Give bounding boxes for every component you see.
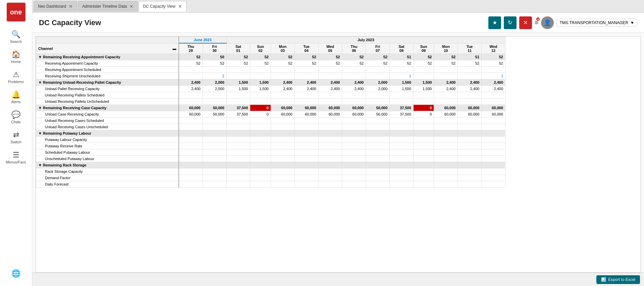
day-mon-03: Mon03	[271, 43, 294, 54]
table-header: June 2023 July 2023 Channel ▬ Thu29 Fri3…	[36, 37, 505, 54]
cell-value: 52	[271, 60, 294, 67]
cell-value	[482, 181, 505, 188]
cell-value	[366, 124, 390, 130]
cell-value	[318, 67, 342, 73]
cell-value	[250, 137, 271, 143]
cell-value	[366, 168, 390, 175]
row-label: Rack Storage Capacity	[36, 168, 179, 175]
row-label: Putaway Labour Capacity	[36, 137, 179, 143]
cell-value	[179, 168, 203, 175]
cell-value	[271, 73, 294, 79]
cell-value: 2,400	[434, 79, 458, 86]
cell-value	[271, 156, 294, 162]
cell-value	[226, 149, 250, 156]
cell-value	[482, 130, 505, 137]
cell-value	[342, 175, 366, 181]
group-row: ▼ Remaining Putaway Labour	[36, 130, 505, 137]
cell-value: 52	[413, 60, 434, 67]
cell-value	[271, 175, 294, 181]
cell-value: 2,000	[203, 86, 226, 92]
tab-dc-capacity-view[interactable]: DC Capacity View ✕	[139, 1, 186, 12]
cell-value	[458, 149, 482, 156]
cell-value	[366, 73, 390, 79]
cell-value	[179, 73, 203, 79]
cell-value	[458, 143, 482, 149]
cell-value: 1,500	[413, 86, 434, 92]
cell-value	[458, 124, 482, 130]
user-dropdown[interactable]: TMS.TRANSPORTATION_MANAGER ▼	[556, 19, 637, 27]
cell-value	[250, 124, 271, 130]
export-to-excel-button[interactable]: 📊 Export to Excel	[596, 275, 640, 284]
cell-value	[250, 162, 271, 168]
data-row: Unload Case Receiving Capacity60,00050,0…	[36, 111, 505, 118]
cell-value	[318, 130, 342, 137]
cell-value: 60,000	[179, 105, 203, 111]
tab-dc-capacity-view-close[interactable]: ✕	[178, 4, 182, 9]
cell-value: 52	[434, 60, 458, 67]
cell-value	[458, 162, 482, 168]
cell-value: 50,000	[203, 111, 226, 118]
cell-value: 60,000	[342, 105, 366, 111]
day-thu-06: Thu06	[342, 43, 366, 54]
search-icon: 🔍	[11, 30, 20, 39]
close-page-button[interactable]: ✕	[519, 16, 532, 29]
cell-value	[318, 143, 342, 149]
cell-value	[413, 156, 434, 162]
tab-neo-dashboard[interactable]: Neo Dashboard ✕	[34, 1, 77, 12]
cell-value: 52	[250, 60, 271, 67]
cell-value	[413, 98, 434, 105]
data-row: Unload Pallet Receiving Capacity2,4002,0…	[36, 86, 505, 92]
row-label: Scheduled Putaway Labour	[36, 149, 179, 156]
cell-value	[294, 149, 318, 156]
cell-value: 2,400	[434, 86, 458, 92]
sidebar-item-menus[interactable]: ☰ Menus/Favs	[0, 147, 32, 167]
cell-value	[179, 92, 203, 98]
alerts-icon: 🔔	[11, 90, 20, 99]
cell-value: 1,500	[226, 79, 250, 86]
cell-value	[390, 156, 414, 162]
footer: 📊 Export to Excel	[32, 273, 644, 286]
cell-value: 52	[203, 60, 226, 67]
header-actions: ★ ↻ ✕ ≡ ★ 👤 TMS.TRANSPORTATION_MANAGER ▼	[488, 16, 637, 29]
sidebar-item-globe[interactable]: 🌐	[11, 266, 20, 282]
sidebar-item-alerts[interactable]: 🔔 Alerts	[0, 87, 32, 107]
grid-container[interactable]: June 2023 July 2023 Channel ▬ Thu29 Fri3…	[36, 36, 641, 273]
sidebar-item-problems[interactable]: ⚠ Problems	[0, 67, 32, 87]
sidebar-item-search[interactable]: 🔍 Search	[0, 27, 32, 47]
cell-value	[250, 130, 271, 137]
cell-value	[366, 143, 390, 149]
cell-value	[390, 149, 414, 156]
cell-value	[271, 92, 294, 98]
star-button[interactable]: ★	[488, 16, 501, 29]
cell-value	[482, 143, 505, 149]
cell-value: 52	[342, 54, 366, 60]
cell-value	[458, 175, 482, 181]
day-fri-30: Fri30	[203, 43, 226, 54]
cell-value: 2,000	[366, 86, 390, 92]
cell-value: 2,400	[342, 86, 366, 92]
refresh-button[interactable]: ↻	[504, 16, 517, 29]
cell-value	[482, 118, 505, 124]
row-label: Unload Receiving Pallets UnScheduled	[36, 98, 179, 105]
sidebar-item-switch[interactable]: ⇄ Switch	[0, 127, 32, 147]
cell-value	[226, 168, 250, 175]
tab-administer-timeline-close[interactable]: ✕	[129, 4, 133, 9]
tab-administer-timeline[interactable]: Administer Timeline Data ✕	[78, 1, 138, 12]
cell-value: 1,500	[250, 79, 271, 86]
cell-value	[413, 168, 434, 175]
cell-value: 37,500	[390, 111, 414, 118]
sidebar-item-home[interactable]: 🏠 Home	[0, 47, 32, 67]
data-row: Unload Receiving Cases Unscheduled	[36, 124, 505, 130]
cell-value: 2,400	[318, 79, 342, 86]
cell-value	[342, 156, 366, 162]
cell-value: 51	[390, 54, 414, 60]
day-wed-05: Wed05	[318, 43, 342, 54]
cell-value	[294, 162, 318, 168]
cell-value	[179, 175, 203, 181]
cell-value	[226, 98, 250, 105]
cell-value: 1	[482, 73, 505, 79]
menu-button[interactable]: ≡ ★	[535, 19, 539, 26]
cell-value: 52	[366, 54, 390, 60]
sidebar-item-chats[interactable]: 💬 Chats	[0, 107, 32, 127]
tab-neo-dashboard-close[interactable]: ✕	[69, 4, 73, 9]
